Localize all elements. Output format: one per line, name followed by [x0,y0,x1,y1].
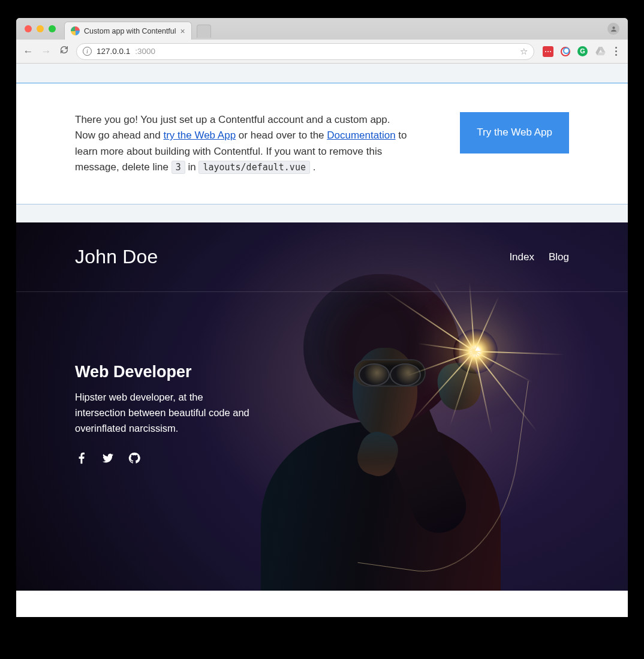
extension-icon[interactable] [543,46,553,57]
hero-section: John Doe Index Blog Web Developer Hipste… [16,222,628,591]
browser-window: Custom app with Contentful × ← → i 127.0… [16,18,628,617]
site-nav: Index Blog [509,251,569,263]
browser-menu-button[interactable] [613,47,619,56]
close-tab-button[interactable]: × [180,26,185,36]
address-bar[interactable]: i 127.0.0.1:3000 ☆ [76,43,534,60]
site-header: John Doe Index Blog [16,222,628,292]
back-button[interactable]: ← [22,46,34,58]
facebook-icon[interactable] [75,452,88,467]
code-line-number: 3 [171,161,185,174]
forward-button: → [40,46,52,58]
url-port: :3000 [135,47,155,56]
page-viewport: There you go! You just set up a Contentf… [16,64,628,617]
documentation-link[interactable]: Documentation [327,130,395,141]
notice-text: There you go! You just set up a Contentf… [75,112,411,175]
browser-toolbar: ← → i 127.0.0.1:3000 ☆ G [16,40,628,64]
extension-icon[interactable] [561,47,570,56]
maximize-window-button[interactable] [49,25,56,32]
social-links [75,452,255,467]
setup-notice: There you go! You just set up a Contentf… [16,83,628,204]
extension-icons: G [540,46,622,57]
nav-link-index[interactable]: Index [509,251,534,263]
minimize-window-button[interactable] [37,25,44,32]
github-icon[interactable] [128,452,141,467]
browser-tab[interactable]: Custom app with Contentful × [64,22,192,40]
site-info-icon[interactable]: i [83,47,92,56]
code-file-path: layouts/default.vue [198,161,310,174]
twitter-icon[interactable] [101,452,115,467]
try-web-app-link[interactable]: try the Web App [163,130,236,141]
window-controls [22,25,61,32]
tab-bar: Custom app with Contentful × [16,18,628,40]
tab-title: Custom app with Contentful [84,27,176,35]
hero-bio: Hipster web developer, at the intersecti… [75,390,255,436]
grammarly-extension-icon[interactable]: G [577,46,588,56]
try-web-app-button[interactable]: Try the Web App [460,112,569,154]
new-tab-button[interactable] [197,25,211,38]
page-footer [16,591,628,617]
drive-extension-icon[interactable] [595,46,606,57]
site-brand[interactable]: John Doe [75,246,158,268]
hero-role: Web Developer [75,363,255,381]
bookmark-star-icon[interactable]: ☆ [520,46,528,57]
reload-button[interactable] [58,45,70,58]
nav-link-blog[interactable]: Blog [549,251,569,263]
url-host: 127.0.0.1 [97,47,130,56]
profile-button[interactable] [607,23,619,35]
contentful-favicon [71,26,80,35]
close-window-button[interactable] [25,25,32,32]
